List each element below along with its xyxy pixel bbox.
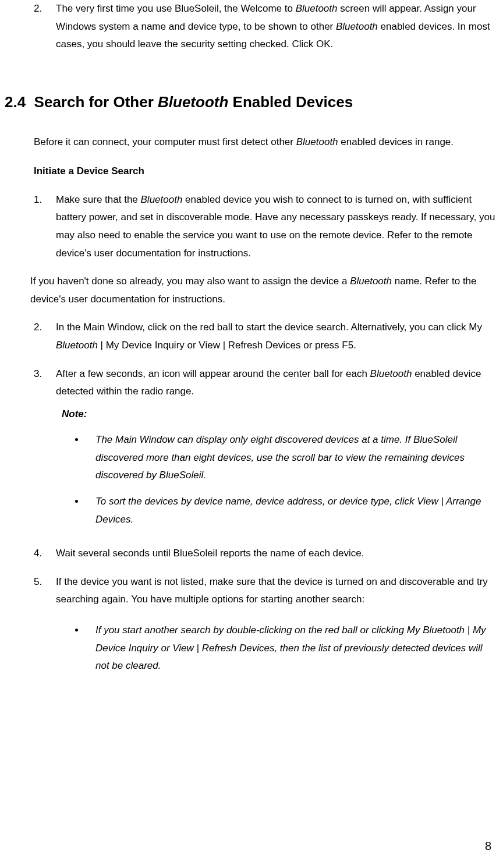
note-bullets: The Main Window can display only eight d… [56, 431, 497, 528]
text-italic: Bluetooth [370, 368, 412, 379]
list-number: 1. [34, 191, 56, 262]
bullet-item: To sort the devices by device name, devi… [85, 493, 497, 528]
list-number: 5. [34, 573, 56, 686]
subheading: Initiate a Device Search [34, 163, 497, 181]
list-number: 2. [34, 0, 56, 54]
text-italic: Bluetooth [56, 340, 98, 351]
heading-text: Enabled Devices [228, 93, 353, 111]
step-2: 2. In the Main Window, click on the red … [34, 319, 497, 354]
list-number: 4. [34, 545, 56, 563]
list-body: Make sure that the Bluetooth enabled dev… [56, 191, 497, 262]
step-3: 3. After a few seconds, an icon will app… [34, 365, 497, 539]
page-number: 8 [485, 835, 491, 856]
step-1-subpara: If you haven't done so already, you may … [30, 273, 497, 308]
text: Make sure that the [56, 194, 141, 205]
list-body: The very first time you use BlueSoleil, … [56, 0, 497, 54]
heading-number: 2.4 [5, 93, 26, 111]
text: The very first time you use BlueSoleil, … [56, 3, 296, 14]
note-label: Note: [62, 405, 497, 424]
list-body: Wait several seconds until BlueSoleil re… [56, 545, 497, 563]
text-italic: Bluetooth [296, 136, 338, 147]
intro-paragraph: Before it can connect, your computer mus… [34, 133, 497, 151]
step-5: 5. If the device you want is not listed,… [34, 573, 497, 686]
text: If you haven't done so already, you may … [30, 276, 350, 287]
text: After a few seconds, an icon will appear… [56, 368, 370, 379]
step-5-bullets: If you start another search by double-cl… [56, 622, 497, 675]
step-1: 1. Make sure that the Bluetooth enabled … [34, 191, 497, 262]
text: | My Device Inquiry or View | Refresh De… [98, 340, 356, 351]
list-body: If the device you want is not listed, ma… [56, 573, 497, 686]
text: enabled devices in range. [338, 136, 454, 147]
bullet-item: The Main Window can display only eight d… [85, 431, 497, 485]
text: If the device you want is not listed, ma… [56, 573, 497, 609]
heading-italic: Bluetooth [158, 93, 228, 111]
bullet-item: If you start another search by double-cl… [85, 622, 497, 675]
text-italic: Bluetooth [141, 194, 183, 205]
text-italic: Bluetooth [350, 276, 392, 287]
text-italic: Bluetooth [336, 21, 378, 32]
text: Before it can connect, your computer mus… [34, 136, 296, 147]
section-heading: 2.4 Search for Other Bluetooth Enabled D… [5, 89, 497, 116]
list-item-2-top: 2. The very first time you use BlueSolei… [34, 0, 497, 54]
list-number: 2. [34, 319, 56, 354]
list-number: 3. [34, 365, 56, 539]
list-body: In the Main Window, click on the red bal… [56, 319, 497, 354]
heading-text: Search for Other [34, 93, 158, 111]
list-body: After a few seconds, an icon will appear… [56, 365, 497, 539]
text: In the Main Window, click on the red bal… [56, 322, 482, 333]
step-4: 4. Wait several seconds until BlueSoleil… [34, 545, 497, 563]
text-italic: Bluetooth [296, 3, 338, 14]
